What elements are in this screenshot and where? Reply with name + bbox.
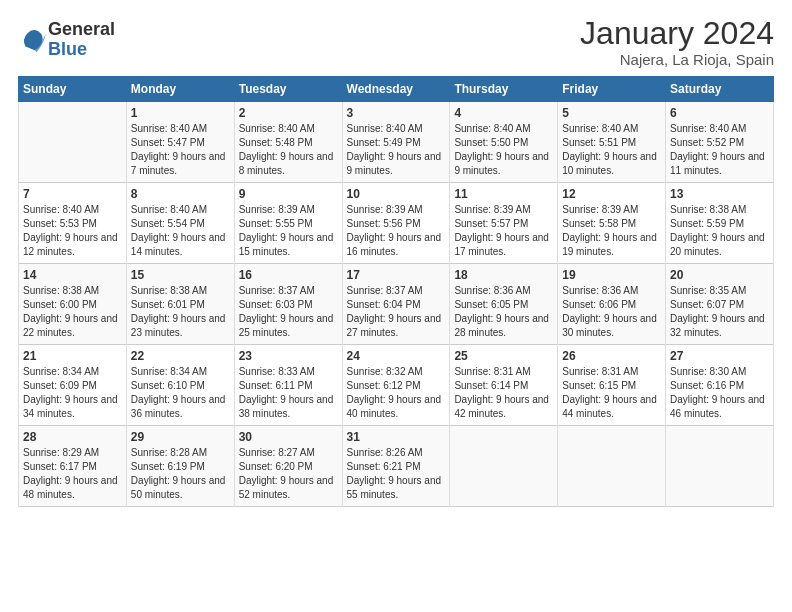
cell-info: Sunrise: 8:35 AMSunset: 6:07 PMDaylight:…	[670, 284, 769, 340]
day-number: 9	[239, 187, 338, 201]
calendar-page: General Blue January 2024 Najera, La Rio…	[0, 0, 792, 612]
cell-info: Sunrise: 8:34 AMSunset: 6:09 PMDaylight:…	[23, 365, 122, 421]
cell-info: Sunrise: 8:37 AMSunset: 6:04 PMDaylight:…	[347, 284, 446, 340]
day-number: 14	[23, 268, 122, 282]
day-number: 4	[454, 106, 553, 120]
cell-info: Sunrise: 8:39 AMSunset: 5:56 PMDaylight:…	[347, 203, 446, 259]
cell-0-3: 3Sunrise: 8:40 AMSunset: 5:49 PMDaylight…	[342, 102, 450, 183]
day-number: 18	[454, 268, 553, 282]
col-saturday: Saturday	[666, 77, 774, 102]
day-number: 19	[562, 268, 661, 282]
day-number: 20	[670, 268, 769, 282]
week-row-2: 14Sunrise: 8:38 AMSunset: 6:00 PMDayligh…	[19, 264, 774, 345]
day-number: 12	[562, 187, 661, 201]
cell-2-4: 18Sunrise: 8:36 AMSunset: 6:05 PMDayligh…	[450, 264, 558, 345]
cell-info: Sunrise: 8:38 AMSunset: 6:00 PMDaylight:…	[23, 284, 122, 340]
day-number: 6	[670, 106, 769, 120]
day-number: 21	[23, 349, 122, 363]
day-number: 1	[131, 106, 230, 120]
cell-0-0	[19, 102, 127, 183]
cell-info: Sunrise: 8:31 AMSunset: 6:14 PMDaylight:…	[454, 365, 553, 421]
col-tuesday: Tuesday	[234, 77, 342, 102]
cell-info: Sunrise: 8:36 AMSunset: 6:05 PMDaylight:…	[454, 284, 553, 340]
cell-2-0: 14Sunrise: 8:38 AMSunset: 6:00 PMDayligh…	[19, 264, 127, 345]
header: General Blue January 2024 Najera, La Rio…	[18, 16, 774, 68]
cell-0-6: 6Sunrise: 8:40 AMSunset: 5:52 PMDaylight…	[666, 102, 774, 183]
cell-2-3: 17Sunrise: 8:37 AMSunset: 6:04 PMDayligh…	[342, 264, 450, 345]
logo: General Blue	[18, 20, 115, 60]
day-number: 8	[131, 187, 230, 201]
logo-icon	[18, 26, 46, 54]
header-row: Sunday Monday Tuesday Wednesday Thursday…	[19, 77, 774, 102]
cell-info: Sunrise: 8:29 AMSunset: 6:17 PMDaylight:…	[23, 446, 122, 502]
cell-1-1: 8Sunrise: 8:40 AMSunset: 5:54 PMDaylight…	[126, 183, 234, 264]
day-number: 31	[347, 430, 446, 444]
calendar-table: Sunday Monday Tuesday Wednesday Thursday…	[18, 76, 774, 507]
cell-2-6: 20Sunrise: 8:35 AMSunset: 6:07 PMDayligh…	[666, 264, 774, 345]
cell-4-6	[666, 426, 774, 507]
day-number: 29	[131, 430, 230, 444]
day-number: 30	[239, 430, 338, 444]
day-number: 16	[239, 268, 338, 282]
day-number: 15	[131, 268, 230, 282]
day-number: 13	[670, 187, 769, 201]
cell-info: Sunrise: 8:38 AMSunset: 5:59 PMDaylight:…	[670, 203, 769, 259]
day-number: 7	[23, 187, 122, 201]
day-number: 26	[562, 349, 661, 363]
cell-info: Sunrise: 8:37 AMSunset: 6:03 PMDaylight:…	[239, 284, 338, 340]
week-row-3: 21Sunrise: 8:34 AMSunset: 6:09 PMDayligh…	[19, 345, 774, 426]
cell-4-0: 28Sunrise: 8:29 AMSunset: 6:17 PMDayligh…	[19, 426, 127, 507]
cell-3-6: 27Sunrise: 8:30 AMSunset: 6:16 PMDayligh…	[666, 345, 774, 426]
cell-info: Sunrise: 8:40 AMSunset: 5:49 PMDaylight:…	[347, 122, 446, 178]
cell-2-2: 16Sunrise: 8:37 AMSunset: 6:03 PMDayligh…	[234, 264, 342, 345]
logo-blue: Blue	[48, 40, 115, 60]
cell-3-0: 21Sunrise: 8:34 AMSunset: 6:09 PMDayligh…	[19, 345, 127, 426]
cell-4-5	[558, 426, 666, 507]
cell-info: Sunrise: 8:27 AMSunset: 6:20 PMDaylight:…	[239, 446, 338, 502]
month-title: January 2024	[580, 16, 774, 51]
day-number: 25	[454, 349, 553, 363]
week-row-1: 7Sunrise: 8:40 AMSunset: 5:53 PMDaylight…	[19, 183, 774, 264]
cell-info: Sunrise: 8:40 AMSunset: 5:54 PMDaylight:…	[131, 203, 230, 259]
cell-4-1: 29Sunrise: 8:28 AMSunset: 6:19 PMDayligh…	[126, 426, 234, 507]
cell-1-4: 11Sunrise: 8:39 AMSunset: 5:57 PMDayligh…	[450, 183, 558, 264]
col-sunday: Sunday	[19, 77, 127, 102]
cell-info: Sunrise: 8:40 AMSunset: 5:48 PMDaylight:…	[239, 122, 338, 178]
location: Najera, La Rioja, Spain	[580, 51, 774, 68]
cell-0-5: 5Sunrise: 8:40 AMSunset: 5:51 PMDaylight…	[558, 102, 666, 183]
day-number: 28	[23, 430, 122, 444]
cell-info: Sunrise: 8:30 AMSunset: 6:16 PMDaylight:…	[670, 365, 769, 421]
cell-3-5: 26Sunrise: 8:31 AMSunset: 6:15 PMDayligh…	[558, 345, 666, 426]
cell-3-2: 23Sunrise: 8:33 AMSunset: 6:11 PMDayligh…	[234, 345, 342, 426]
cell-info: Sunrise: 8:39 AMSunset: 5:58 PMDaylight:…	[562, 203, 661, 259]
cell-3-1: 22Sunrise: 8:34 AMSunset: 6:10 PMDayligh…	[126, 345, 234, 426]
cell-info: Sunrise: 8:26 AMSunset: 6:21 PMDaylight:…	[347, 446, 446, 502]
cell-info: Sunrise: 8:36 AMSunset: 6:06 PMDaylight:…	[562, 284, 661, 340]
cell-0-2: 2Sunrise: 8:40 AMSunset: 5:48 PMDaylight…	[234, 102, 342, 183]
cell-info: Sunrise: 8:34 AMSunset: 6:10 PMDaylight:…	[131, 365, 230, 421]
logo-text: General Blue	[48, 20, 115, 60]
cell-1-3: 10Sunrise: 8:39 AMSunset: 5:56 PMDayligh…	[342, 183, 450, 264]
cell-info: Sunrise: 8:33 AMSunset: 6:11 PMDaylight:…	[239, 365, 338, 421]
col-thursday: Thursday	[450, 77, 558, 102]
cell-4-3: 31Sunrise: 8:26 AMSunset: 6:21 PMDayligh…	[342, 426, 450, 507]
cell-1-2: 9Sunrise: 8:39 AMSunset: 5:55 PMDaylight…	[234, 183, 342, 264]
cell-info: Sunrise: 8:40 AMSunset: 5:50 PMDaylight:…	[454, 122, 553, 178]
cell-info: Sunrise: 8:40 AMSunset: 5:51 PMDaylight:…	[562, 122, 661, 178]
col-monday: Monday	[126, 77, 234, 102]
cell-info: Sunrise: 8:40 AMSunset: 5:47 PMDaylight:…	[131, 122, 230, 178]
cell-4-4	[450, 426, 558, 507]
cell-0-1: 1Sunrise: 8:40 AMSunset: 5:47 PMDaylight…	[126, 102, 234, 183]
day-number: 22	[131, 349, 230, 363]
cell-info: Sunrise: 8:39 AMSunset: 5:57 PMDaylight:…	[454, 203, 553, 259]
cell-1-6: 13Sunrise: 8:38 AMSunset: 5:59 PMDayligh…	[666, 183, 774, 264]
col-wednesday: Wednesday	[342, 77, 450, 102]
week-row-0: 1Sunrise: 8:40 AMSunset: 5:47 PMDaylight…	[19, 102, 774, 183]
day-number: 11	[454, 187, 553, 201]
logo-general: General	[48, 20, 115, 40]
cell-4-2: 30Sunrise: 8:27 AMSunset: 6:20 PMDayligh…	[234, 426, 342, 507]
title-block: January 2024 Najera, La Rioja, Spain	[580, 16, 774, 68]
cell-3-4: 25Sunrise: 8:31 AMSunset: 6:14 PMDayligh…	[450, 345, 558, 426]
day-number: 10	[347, 187, 446, 201]
cell-info: Sunrise: 8:28 AMSunset: 6:19 PMDaylight:…	[131, 446, 230, 502]
